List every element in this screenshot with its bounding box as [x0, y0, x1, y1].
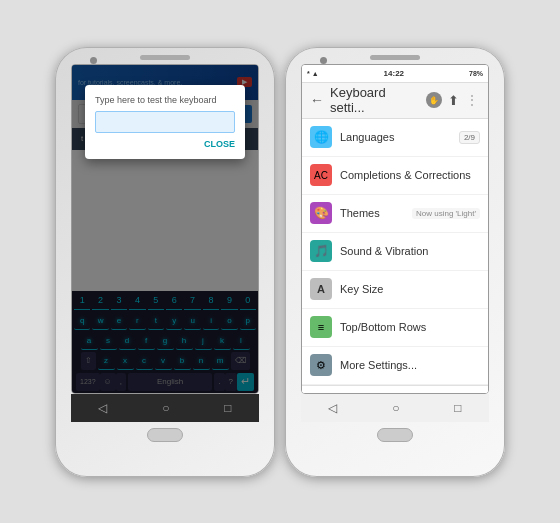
- completions-label: Completions & Corrections: [340, 169, 480, 181]
- settings-item-more[interactable]: ⚙ More Settings...: [302, 347, 488, 385]
- dialog-input-field[interactable]: [95, 111, 235, 133]
- left-bottom-area: [55, 422, 275, 450]
- languages-badge: 2/9: [459, 131, 480, 144]
- more-settings-label: More Settings...: [340, 359, 480, 371]
- right-speaker: [370, 55, 420, 60]
- left-bottom-nav: ◁ ○ □: [71, 394, 259, 422]
- left-nav-recent[interactable]: □: [224, 401, 231, 415]
- dialog-overlay: Type here to test the keyboard CLOSE: [72, 65, 258, 393]
- right-menu-button[interactable]: ⋮: [465, 92, 480, 108]
- right-nav-recent[interactable]: □: [454, 401, 461, 415]
- left-nav-home[interactable]: ○: [162, 401, 169, 415]
- settings-item-languages[interactable]: 🌐 Languages 2/9: [302, 119, 488, 157]
- right-status-time: 14:22: [384, 69, 404, 78]
- settings-item-sound[interactable]: 🎵 Sound & Vibration: [302, 233, 488, 271]
- settings-item-completions[interactable]: AC Completions & Corrections: [302, 157, 488, 195]
- settings-item-topbottom[interactable]: ≡ Top/Bottom Rows: [302, 309, 488, 347]
- right-screen: * ▲ 14:22 78% ← Keyboard setti... ✋ ⬆ ⋮ …: [301, 64, 489, 394]
- right-nav-back[interactable]: ◁: [328, 401, 337, 415]
- right-phone: * ▲ 14:22 78% ← Keyboard setti... ✋ ⬆ ⋮ …: [285, 47, 505, 477]
- right-status-left-icons: * ▲: [307, 70, 319, 77]
- themes-label: Themes: [340, 207, 404, 219]
- dialog-close-button[interactable]: CLOSE: [204, 139, 235, 149]
- languages-label: Languages: [340, 131, 451, 143]
- left-camera: [90, 57, 97, 64]
- left-screen: ✦ ✧ ⊟ ▷ 16:45 * ▲ 80% ← Themes ✋ ⬆ ⋮ for…: [71, 64, 259, 394]
- completions-icon: AC: [310, 164, 332, 186]
- dialog-actions: CLOSE: [95, 139, 235, 149]
- right-home-button[interactable]: [377, 428, 413, 442]
- settings-item-themes[interactable]: 🎨 Themes Now using 'Light': [302, 195, 488, 233]
- topbottom-label: Top/Bottom Rows: [340, 321, 480, 333]
- settings-list: 🌐 Languages 2/9 AC Completions & Correct…: [302, 119, 488, 394]
- right-share-button[interactable]: ⬆: [448, 93, 459, 108]
- themes-note: Now using 'Light': [412, 208, 480, 219]
- right-app-bar: ← Keyboard setti... ✋ ⬆ ⋮: [302, 83, 488, 119]
- right-bottom-area: [285, 422, 505, 450]
- left-nav-back[interactable]: ◁: [98, 401, 107, 415]
- right-bottom-nav: ◁ ○ □: [301, 394, 489, 422]
- left-phone: ✦ ✧ ⊟ ▷ 16:45 * ▲ 80% ← Themes ✋ ⬆ ⋮ for…: [55, 47, 275, 477]
- themes-icon: 🎨: [310, 202, 332, 224]
- test-keyboard-dialog: Type here to test the keyboard CLOSE: [85, 85, 245, 159]
- sound-icon: 🎵: [310, 240, 332, 262]
- left-top-bar: [55, 47, 275, 64]
- right-status-right-icons: 78%: [469, 70, 483, 77]
- right-top-bar: [285, 47, 505, 64]
- right-camera: [320, 57, 327, 64]
- languages-icon: 🌐: [310, 126, 332, 148]
- right-bottom-bar: f Facebook ▶ Tutorial: [302, 385, 488, 394]
- left-home-button[interactable]: [147, 428, 183, 442]
- topbottom-icon: ≡: [310, 316, 332, 338]
- left-speaker: [140, 55, 190, 60]
- right-status-bar: * ▲ 14:22 78%: [302, 65, 488, 83]
- dialog-hint-text: Type here to test the keyboard: [95, 95, 235, 105]
- right-back-button[interactable]: ←: [310, 92, 324, 108]
- sound-label: Sound & Vibration: [340, 245, 480, 257]
- keysize-label: Key Size: [340, 283, 480, 295]
- keysize-icon: A: [310, 278, 332, 300]
- settings-item-keysize[interactable]: A Key Size: [302, 271, 488, 309]
- right-nav-home[interactable]: ○: [392, 401, 399, 415]
- more-settings-icon: ⚙: [310, 354, 332, 376]
- right-hand-icon: ✋: [426, 92, 442, 108]
- right-app-title: Keyboard setti...: [330, 85, 420, 115]
